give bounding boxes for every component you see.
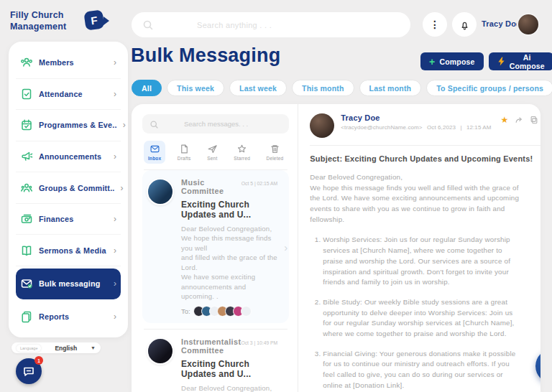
sidebar-item-members[interactable]: Members › xyxy=(16,47,121,79)
brand: Filly Church Management F xyxy=(10,9,125,33)
language-value: English xyxy=(41,345,91,352)
detail-separator: | xyxy=(460,124,461,131)
user-name: Tracy Doe xyxy=(482,19,520,28)
language-selector[interactable]: Language English ▼ xyxy=(12,342,101,353)
email-list: Worship Services: Join us for our regula… xyxy=(313,235,520,391)
trash-icon xyxy=(270,144,280,154)
filter-last-month[interactable]: Last month xyxy=(359,80,422,96)
copy-icon[interactable] xyxy=(530,116,538,124)
message-sender: Instrumentalist Committee xyxy=(181,337,241,355)
search-icon xyxy=(142,19,154,31)
email-list-item: Bible Study: Our weekly Bible study sess… xyxy=(323,297,520,340)
book-icon xyxy=(20,244,33,257)
notifications-button[interactable] xyxy=(452,12,477,37)
message-search-input[interactable] xyxy=(159,120,289,128)
detail-sender-avatar xyxy=(310,113,334,138)
chevron-right-icon: › xyxy=(114,57,116,67)
page-title: Bulk Messaging xyxy=(131,45,280,67)
sidebar-item-reports[interactable]: Reports › xyxy=(16,302,121,332)
search-input[interactable] xyxy=(154,21,410,29)
sidebar-item-label: Announcements xyxy=(39,152,101,161)
divider xyxy=(310,145,540,146)
email-list-item: Financial Giving: Your generous donation… xyxy=(323,349,520,391)
message-preview: Dear Beloved Congregation, We hope this … xyxy=(181,224,277,301)
sidebar-item-announcements[interactable]: Announcements › xyxy=(16,141,121,173)
sidebar-item-attendance[interactable]: Attendance › xyxy=(16,79,121,111)
detail-actions: ★ ⋮ xyxy=(501,116,540,124)
brand-name: Filly Church Management xyxy=(10,9,79,33)
sender-avatar xyxy=(147,178,174,205)
message-subject: Exciting Church Updates and U... xyxy=(181,200,277,220)
sidebar-item-label: Finances xyxy=(39,215,73,223)
sidebar-item-programmes[interactable]: Programmes & Eve.. › xyxy=(16,110,121,141)
sidebar-item-sermons[interactable]: Sermons & Media › xyxy=(16,235,121,266)
chevron-right-icon: › xyxy=(114,279,116,289)
filter-this-month[interactable]: This month xyxy=(292,80,354,96)
filter-specific-groups[interactable]: To Specific groups / persons xyxy=(426,80,552,96)
compose-label: Compose xyxy=(439,57,474,66)
filter-last-week[interactable]: Last week xyxy=(229,80,287,96)
message-date: Oct 5 | 02:15 AM xyxy=(242,181,278,186)
email-subject: Subject: Exciting Church Updates and Upc… xyxy=(310,154,540,163)
chevron-right-icon: › xyxy=(114,89,116,99)
email-greeting: Dear Beloved Congregation, xyxy=(310,172,520,183)
star-icon xyxy=(236,144,247,154)
detail-date: Oct 6,2023 xyxy=(427,124,456,131)
message-recipients: To: xyxy=(181,306,277,317)
message-sender: Music Committee xyxy=(181,178,242,195)
sidebar-item-bulk-messaging[interactable]: Bulk messaging › xyxy=(16,269,121,299)
detail-header: Tracy Doe <tracydoe@churchName.com> Oct … xyxy=(310,113,540,138)
message-detail: Tracy Doe <tracydoe@churchName.com> Oct … xyxy=(298,104,540,392)
chevron-right-icon: › xyxy=(114,214,116,224)
language-tag: Language xyxy=(17,345,41,352)
bell-icon xyxy=(459,19,471,31)
chat-fab[interactable]: 1 xyxy=(16,358,42,384)
sidebar-item-finances[interactable]: Finances › xyxy=(16,204,121,235)
logo-play-icon xyxy=(104,17,109,25)
filter-pills: All This week Last week This month Last … xyxy=(132,80,552,96)
message-date: Oct 3 | 10:49 PM xyxy=(241,340,277,345)
tab-inbox[interactable]: Inbox xyxy=(144,141,165,164)
sidebar: Members › Attendance › Programmes & Eve.… xyxy=(9,42,128,337)
sidebar-item-label: Members xyxy=(39,58,74,67)
chevron-right-icon: › xyxy=(114,151,116,162)
message-item-instrumentalist-committee[interactable]: Instrumentalist Committee Oct 3 | 10:49 … xyxy=(142,330,289,392)
drafts-icon xyxy=(179,144,190,154)
sidebar-item-groups[interactable]: Groups & Committ.. › xyxy=(16,172,121,204)
detail-sender-name: Tracy Doe xyxy=(341,113,494,122)
sent-icon xyxy=(207,144,218,154)
page-actions: + Compose Ai Compose xyxy=(420,52,552,70)
email-body: Dear Beloved Congregation, We hope this … xyxy=(310,172,520,392)
plus-icon: + xyxy=(429,57,435,67)
message-item-music-committee[interactable]: Music Committee Oct 5 | 02:15 AM Excitin… xyxy=(142,170,289,323)
send-button[interactable] xyxy=(535,349,540,383)
inbox-icon xyxy=(150,144,160,154)
compose-button[interactable]: + Compose xyxy=(420,52,484,70)
user-avatar[interactable] xyxy=(517,13,540,36)
tab-sent[interactable]: Sent xyxy=(203,141,222,164)
forward-icon[interactable] xyxy=(515,116,523,124)
chevron-right-icon: › xyxy=(123,120,126,130)
chevron-right-icon: › xyxy=(284,241,288,253)
chevron-right-icon: › xyxy=(114,312,116,322)
calendar-icon xyxy=(20,118,33,131)
finances-icon xyxy=(20,213,33,225)
bulk-messaging-panel: Inbox Drafts Sent Starred Deleted xyxy=(132,104,540,392)
tab-deleted[interactable]: Deleted xyxy=(262,141,288,164)
tab-starred[interactable]: Starred xyxy=(229,141,254,164)
tab-drafts[interactable]: Drafts xyxy=(173,141,196,164)
star-icon[interactable]: ★ xyxy=(501,116,509,124)
sender-avatar xyxy=(147,337,174,365)
message-preview: Dear Beloved Congregation, We hope this … xyxy=(181,383,277,392)
filter-this-week[interactable]: This week xyxy=(167,80,224,96)
app-root: Filly Church Management F Members › Atte… xyxy=(0,0,552,392)
ai-compose-label: Ai Compose xyxy=(510,53,545,70)
sidebar-item-label: Reports xyxy=(39,312,69,321)
ai-compose-button[interactable]: Ai Compose xyxy=(489,52,552,70)
chevron-right-icon: › xyxy=(121,183,124,193)
reports-icon xyxy=(20,310,33,323)
more-options-button[interactable]: ⋮ xyxy=(423,12,447,37)
detail-meta: <tracydoe@churchName.com> Oct 6,2023 | 1… xyxy=(341,124,494,131)
groups-icon xyxy=(20,182,33,195)
filter-all[interactable]: All xyxy=(132,80,162,96)
